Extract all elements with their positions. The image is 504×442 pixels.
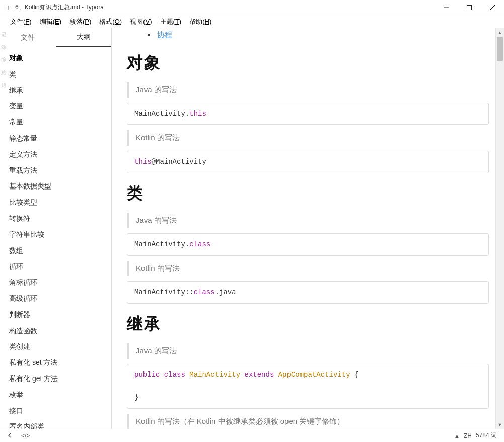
outline-item[interactable]: 比较类型 — [0, 195, 111, 211]
menu-h[interactable]: 帮助(H) — [185, 16, 215, 28]
sidebar: 文件 大纲 对象类继承变量常量静态常量定义方法重载方法基本数据类型比较类型转换符… — [0, 28, 112, 429]
minimize-button[interactable] — [435, 0, 458, 15]
maximize-button[interactable] — [458, 0, 481, 15]
outline-item[interactable]: 基本数据类型 — [0, 178, 111, 195]
blockquote[interactable]: Java 的写法 — [127, 213, 489, 228]
heading[interactable]: 对象 — [127, 52, 489, 74]
sidebar-tabs: 文件 大纲 — [0, 28, 111, 47]
main-area: 文件 大纲 对象类继承变量常量静态常量定义方法重载方法基本数据类型比较类型转换符… — [0, 28, 504, 429]
outline-item[interactable]: 常量 — [0, 114, 111, 131]
outline-item[interactable]: 构造函数 — [0, 323, 111, 339]
outline-item[interactable]: 继承 — [0, 83, 111, 99]
outline-item[interactable]: 类 — [0, 67, 111, 83]
sidebar-tab-files[interactable]: 文件 — [0, 28, 56, 47]
outline-item[interactable]: 高级循环 — [0, 291, 111, 307]
sidebar-tab-outline[interactable]: 大纲 — [56, 28, 112, 47]
outline-item[interactable]: 循环 — [0, 259, 111, 275]
scrollbar-track[interactable] — [496, 37, 504, 420]
menu-v[interactable]: 视图(V) — [126, 16, 156, 28]
heading[interactable]: 继承 — [127, 313, 489, 335]
outline-item[interactable]: 字符串比较 — [0, 227, 111, 243]
app-icon: T — [4, 4, 12, 12]
statusbar: </> ▲ ZH 5784 词 — [0, 429, 504, 442]
code-block[interactable]: MainActivity.this — [127, 103, 489, 125]
outline-item[interactable]: 私有化 get 方法 — [0, 371, 111, 387]
outline-item[interactable]: 判断器 — [0, 307, 111, 323]
code-block[interactable]: MainActivity.class — [127, 233, 489, 256]
menu-f[interactable]: 文件(F) — [6, 16, 36, 28]
outline-item[interactable]: 数组 — [0, 243, 111, 259]
source-mode-icon[interactable]: </> — [19, 432, 32, 439]
code-block[interactable]: public class MainActivity extends AppCom… — [127, 364, 489, 409]
outline-item[interactable]: 重载方法 — [0, 163, 111, 179]
sidebar-toggle-icon[interactable] — [5, 432, 14, 439]
outline-list[interactable]: 对象类继承变量常量静态常量定义方法重载方法基本数据类型比较类型转换符字符串比较数… — [0, 47, 111, 429]
outline-item[interactable]: 枚举 — [0, 387, 111, 403]
outline-item[interactable]: 类创建 — [0, 339, 111, 355]
code-block[interactable]: MainActivity::class.java — [127, 281, 489, 303]
window-controls — [435, 0, 504, 15]
heading[interactable]: 类 — [127, 182, 489, 205]
blockquote[interactable]: Kotlin 的写法 — [127, 261, 489, 276]
vertical-scrollbar[interactable]: ▲ ▼ — [495, 28, 504, 429]
blockquote[interactable]: Kotlin 的写法（在 Kotlin 中被继承类必须被 open 关键字修饰） — [127, 414, 489, 429]
toc-link-row: 协程 — [127, 28, 489, 43]
scrollbar-thumb[interactable] — [497, 37, 503, 61]
outline-item[interactable]: 定义方法 — [0, 147, 111, 163]
spellcheck-lang[interactable]: ZH — [462, 432, 474, 439]
outline-item[interactable]: 静态常量 — [0, 131, 111, 147]
toc-link[interactable]: 协程 — [157, 30, 172, 39]
scroll-up-arrow[interactable]: ▲ — [496, 28, 504, 37]
close-button[interactable] — [481, 0, 504, 15]
blockquote[interactable]: Java 的写法 — [127, 343, 489, 359]
outline-item[interactable]: 转换符 — [0, 211, 111, 227]
outline-item[interactable]: 对象 — [0, 50, 111, 67]
scroll-down-arrow[interactable]: ▼ — [496, 420, 504, 429]
outline-item[interactable]: 匿名内部类 — [0, 419, 111, 429]
menu-e[interactable]: 编辑(E) — [36, 16, 65, 28]
menu-t[interactable]: 主题(T) — [156, 16, 186, 28]
outline-item[interactable]: 接口 — [0, 403, 111, 419]
menubar: 文件(F)编辑(E)段落(P)格式(O)视图(V)主题(T)帮助(H) — [0, 15, 504, 28]
titlebar: T 6、Kotlin知识点汇总.md - Typora — [0, 0, 504, 15]
word-count[interactable]: 5784 词 — [474, 431, 499, 440]
code-block[interactable]: this@MainActivity — [127, 151, 489, 173]
window-title: 6、Kotlin知识点汇总.md - Typora — [15, 3, 435, 12]
outline-item[interactable]: 变量 — [0, 98, 111, 114]
menu-p[interactable]: 段落(P) — [65, 16, 95, 28]
outline-item[interactable]: 角标循环 — [0, 275, 111, 291]
blockquote[interactable]: Java 的写法 — [127, 82, 489, 98]
editor-area[interactable]: 协程 对象Java 的写法MainActivity.thisKotlin 的写法… — [112, 28, 504, 429]
warning-icon[interactable]: ▲ — [452, 433, 462, 439]
outline-item[interactable]: 私有化 set 方法 — [0, 355, 111, 371]
menu-o[interactable]: 格式(O) — [95, 16, 126, 28]
blockquote[interactable]: Kotlin 的写法 — [127, 130, 489, 146]
svg-rect-1 — [467, 6, 472, 10]
